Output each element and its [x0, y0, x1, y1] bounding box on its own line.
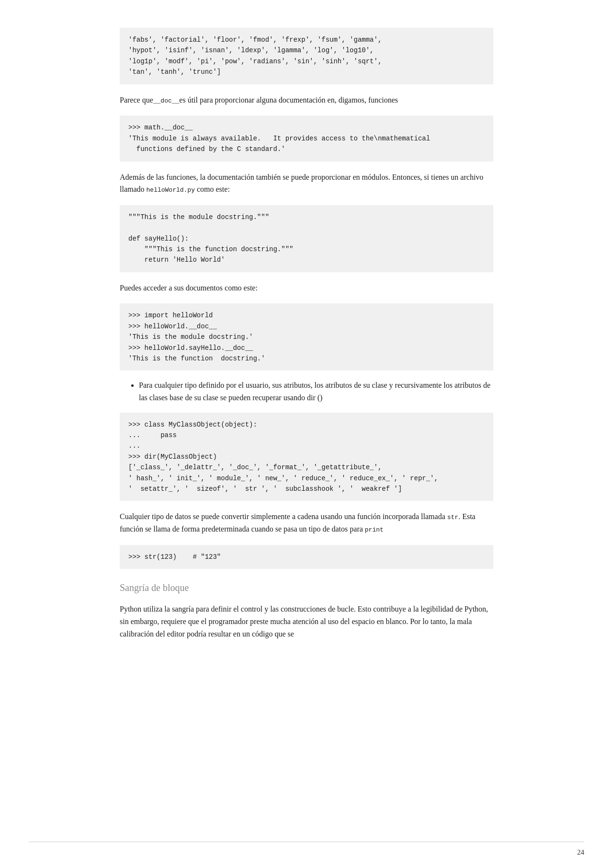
code-block-math-doc: >>> math.__doc__ 'This module is always …	[120, 116, 493, 161]
page-number: 24	[577, 848, 584, 856]
code-block-fabs: 'fabs', 'factorial', 'floor', 'fmod', 'f…	[120, 28, 493, 84]
footer-divider	[29, 842, 584, 842]
bullet-list: Para cualquier tipo definido por el usua…	[139, 379, 493, 404]
prose-doc-text2: es útil para proporcionar alguna documen…	[179, 96, 398, 104]
inline-code-print: print	[365, 526, 384, 533]
prose-doc-intro: Parece que__doc__es útil para proporcion…	[120, 94, 493, 106]
code-block-class-object: >>> class MyClassObject(object): ... pas…	[120, 413, 493, 501]
prose-block-indent: Python utiliza la sangría para definir e…	[120, 603, 493, 640]
prose-str: Cualquier tipo de datos se puede convert…	[120, 510, 493, 535]
prose-modules-text2: como este:	[197, 185, 230, 193]
section-heading-block-indent: Sangría de bloque	[120, 582, 493, 593]
prose-access: Puedes acceder a sus documentos como est…	[120, 282, 493, 294]
prose-doc-text1: Parece que	[120, 96, 153, 104]
prose-str-text1: Cualquier tipo de datos se puede convert…	[120, 512, 445, 521]
page-container: 'fabs', 'factorial', 'floor', 'fmod', 'f…	[91, 0, 522, 688]
inline-code-helloworld: helloWorld.py	[147, 186, 195, 194]
code-block-str-example: >>> str(123) # "123"	[120, 545, 493, 569]
code-block-hello-module: """This is the module docstring.""" def …	[120, 205, 493, 272]
inline-code-str: str	[447, 514, 458, 521]
code-block-import-hello: >>> import helloWorld >>> helloWorld.__d…	[120, 303, 493, 370]
inline-code-doc: __doc__	[153, 97, 180, 104]
prose-modules: Además de las funciones, la documentació…	[120, 171, 493, 196]
bullet-item-1: Para cualquier tipo definido por el usua…	[139, 379, 493, 404]
